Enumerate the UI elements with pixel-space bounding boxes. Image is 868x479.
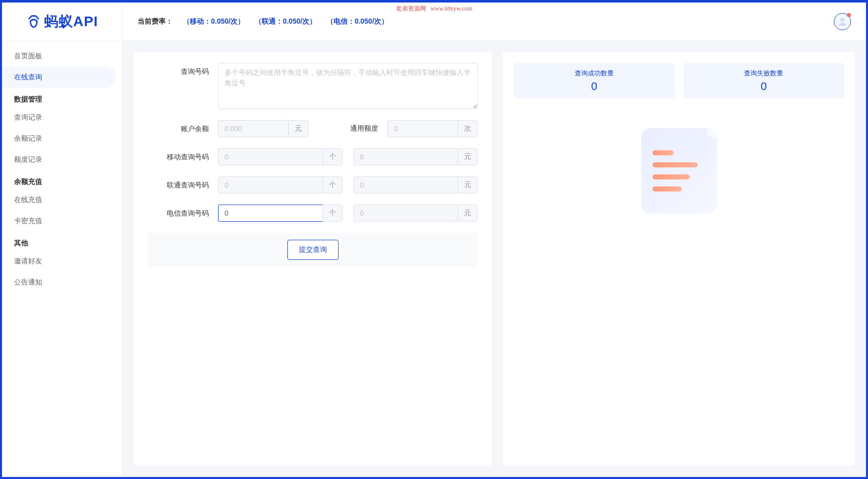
stat-fail-label: 查询失败数量 <box>688 69 840 78</box>
rates-label: 当前费率： <box>138 17 173 26</box>
nav-query-records[interactable]: 查询记录 <box>2 107 122 128</box>
notification-dot-icon <box>847 13 851 17</box>
input-balance <box>218 120 288 137</box>
nav-online-recharge[interactable]: 在线充值 <box>2 189 122 211</box>
input-mobile-count <box>218 148 322 165</box>
rate-mobile: （移动：0.050/次） <box>183 17 245 26</box>
nav-group-recharge: 余额充值 <box>2 170 122 189</box>
nav-quota-records[interactable]: 额度记录 <box>2 149 122 170</box>
rate-telecom: （电信：0.050/次） <box>327 17 388 26</box>
svg-point-0 <box>840 18 844 22</box>
label-balance: 账户余额 <box>148 120 218 134</box>
stat-success-value: 0 <box>518 80 671 93</box>
stat-success: 查询成功数量 0 <box>514 63 675 98</box>
label-mobile: 移动查询号码 <box>148 148 218 162</box>
submit-row: 提交查询 <box>148 233 478 267</box>
input-query-numbers[interactable] <box>218 63 478 109</box>
input-unicom-cost <box>354 176 458 194</box>
label-unicom: 联通查询号码 <box>148 176 218 190</box>
submit-button[interactable]: 提交查询 <box>287 240 339 260</box>
logo[interactable]: 蚂蚁API <box>26 12 98 31</box>
suffix-quota: 次 <box>458 120 478 137</box>
results-panel: 查询成功数量 0 查询失败数量 0 <box>503 52 855 466</box>
label-quota: 通用额度 <box>342 124 387 133</box>
logo-wrap: 蚂蚁API <box>2 3 122 41</box>
nav-balance-records[interactable]: 余额记录 <box>2 128 122 149</box>
stat-success-label: 查询成功数量 <box>518 69 671 78</box>
nav-invite[interactable]: 邀请好友 <box>2 251 122 272</box>
suffix-mobile-cost: 元 <box>458 148 478 165</box>
rates: 当前费率： （移动：0.050/次） （联通：0.050/次） （电信：0.05… <box>138 17 388 26</box>
nav: 首页面板 在线查询 数据管理 查询记录 余额记录 额度记录 余额充值 在线充值 … <box>2 41 122 293</box>
nav-group-data: 数据管理 <box>2 88 122 107</box>
suffix-mobile-count: 个 <box>322 148 343 165</box>
stat-fail-value: 0 <box>688 80 840 93</box>
watermark-link[interactable]: www.69zyw.com <box>430 5 472 12</box>
input-unicom-count <box>218 176 322 194</box>
nav-group-other: 其他 <box>2 232 122 251</box>
avatar-wrap[interactable] <box>834 13 851 30</box>
logo-text: 蚂蚁API <box>44 12 98 31</box>
ant-icon <box>26 14 41 29</box>
watermark-text: 老弟资源网 <box>396 5 426 12</box>
input-quota <box>387 120 458 137</box>
nav-card-recharge[interactable]: 卡密充值 <box>2 211 122 232</box>
suffix-unicom-count: 个 <box>322 176 343 194</box>
header: 当前费率： （移动：0.050/次） （联通：0.050/次） （电信：0.05… <box>123 3 866 41</box>
watermark: 老弟资源网 www.69zyw.com <box>396 5 472 13</box>
suffix-balance: 元 <box>288 120 308 137</box>
stat-fail: 查询失败数量 0 <box>684 63 844 98</box>
input-mobile-cost <box>354 148 458 165</box>
nav-online-query[interactable]: 在线查询 <box>2 67 116 88</box>
suffix-telecom-cost: 元 <box>458 205 478 222</box>
nav-notice[interactable]: 公告通知 <box>2 272 122 293</box>
label-telecom: 电信查询号码 <box>148 205 218 218</box>
suffix-unicom-cost: 元 <box>458 176 478 194</box>
input-telecom-cost <box>354 205 458 222</box>
sidebar: 蚂蚁API 首页面板 在线查询 数据管理 查询记录 余额记录 额度记录 余额充值… <box>2 3 123 477</box>
nav-dashboard[interactable]: 首页面板 <box>2 46 122 67</box>
query-form-card: 查询号码 账户余额 元 <box>134 52 492 466</box>
rate-unicom: （联通：0.050/次） <box>255 17 316 26</box>
input-telecom-count[interactable] <box>218 205 322 222</box>
label-query-numbers: 查询号码 <box>148 63 218 76</box>
empty-state-icon <box>514 128 844 455</box>
suffix-telecom-count: 个 <box>322 205 343 222</box>
